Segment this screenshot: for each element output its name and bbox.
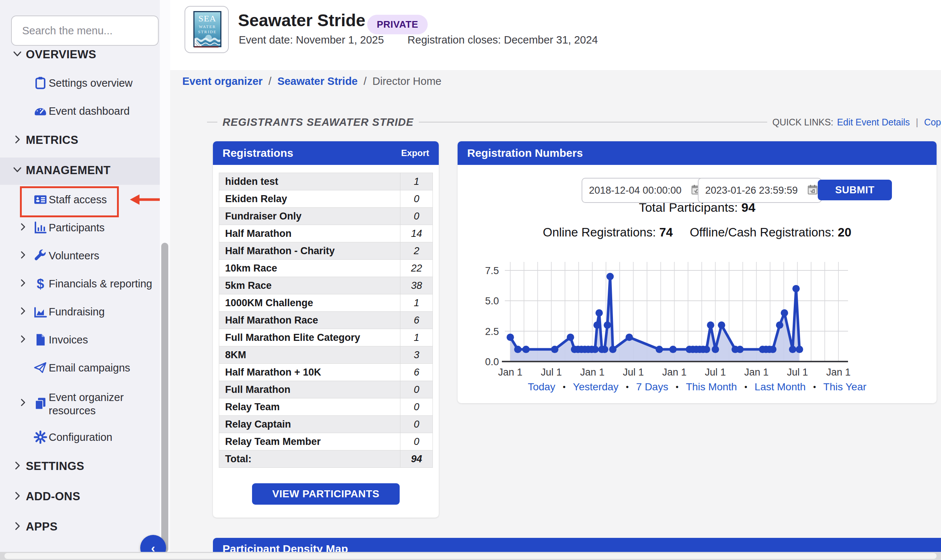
view-participants-button[interactable]: VIEW PARTICIPANTS	[252, 483, 400, 505]
bullet-separator: •	[676, 382, 679, 392]
chevron-right-icon	[12, 461, 22, 472]
chevron-right-icon	[12, 491, 22, 502]
sidebar-item-label: SETTINGS	[26, 460, 84, 473]
chevron-right-icon	[12, 135, 22, 146]
sidebar-item-configuration[interactable]: Configuration	[0, 427, 160, 448]
table-row: Fundraiser Only0	[219, 208, 433, 225]
sidebar-item-apps[interactable]: APPS	[0, 517, 160, 537]
sidebar-item-label: Configuration	[49, 431, 112, 443]
row-value: 0	[400, 208, 433, 225]
sidebar-item-overviews[interactable]: OVERVIEWS	[0, 44, 160, 65]
bar-chart-icon	[34, 221, 47, 235]
sidebar-item-invoices[interactable]: Invoices	[0, 329, 160, 350]
row-value: 14	[400, 225, 433, 242]
breadcrumb-event-organizer[interactable]: Event organizer	[182, 75, 263, 88]
sidebar-item-label: Volunteers	[49, 250, 99, 262]
sidebar: OVERVIEWS Settings overview Event dashbo…	[0, 0, 160, 560]
row-label: 5km Race	[219, 280, 400, 291]
sidebar-item-label: Email campaigns	[49, 362, 130, 374]
export-link[interactable]: Export	[401, 148, 429, 158]
section-title: REGISTRANTS SEAWATER STRIDE	[223, 116, 414, 128]
sidebar-item-label: Event organizerresources	[49, 391, 124, 417]
registration-numbers-header: Registration Numbers	[457, 141, 936, 165]
search-input[interactable]	[22, 25, 162, 37]
copy-icon	[34, 397, 47, 410]
sidebar-item-participants[interactable]: Participants	[0, 217, 160, 238]
sidebar-item-fundraising[interactable]: Fundraising	[0, 302, 160, 322]
bullet-separator: •	[813, 382, 816, 392]
row-label: hidden test	[219, 176, 400, 188]
svg-text:Jan 1: Jan 1	[580, 367, 604, 378]
range-link-7-days[interactable]: 7 Days	[636, 381, 668, 393]
range-link-today[interactable]: Today	[528, 381, 555, 393]
quick-links: QUICK LINKS: Edit Event Details | Cop	[772, 117, 941, 128]
range-link-this-year[interactable]: This Year	[823, 381, 867, 393]
menu-search[interactable]	[11, 15, 159, 46]
table-row: Total:94	[219, 451, 433, 468]
range-link-yesterday[interactable]: Yesterday	[573, 381, 619, 393]
event-logo-image: SEA WATER STRIDE	[193, 11, 222, 47]
sidebar-item-metrics[interactable]: METRICS	[0, 130, 160, 151]
svg-text:Jan 1: Jan 1	[826, 367, 850, 378]
clipboard-icon	[34, 76, 47, 90]
registration-closes: Registration closes: December 31, 2024	[407, 34, 598, 46]
sidebar-item-event-dashboard[interactable]: Event dashboard	[0, 101, 160, 122]
range-link-last-month[interactable]: Last Month	[755, 381, 806, 393]
date-to-field[interactable]	[698, 178, 822, 203]
svg-text:Jul 1: Jul 1	[787, 367, 808, 378]
sidebar-item-financials[interactable]: $ Financials & reporting	[0, 273, 160, 294]
section-divider: REGISTRANTS SEAWATER STRIDE QUICK LINKS:…	[207, 116, 941, 128]
bullet-separator: •	[563, 382, 566, 392]
breadcrumb: Event organizer / Seawater Stride / Dire…	[182, 75, 441, 88]
edit-event-details-link[interactable]: Edit Event Details	[837, 117, 910, 128]
row-label: Half Marathon - Charity	[219, 245, 400, 257]
sidebar-item-management[interactable]: MANAGEMENT	[0, 160, 160, 181]
table-row: Full Marathon Elite Category1	[219, 329, 433, 346]
sidebar-item-event-organizer-resources[interactable]: Event organizerresources	[0, 389, 160, 417]
table-row: Relay Captain0	[219, 416, 433, 433]
sidebar-item-label: Financials & reporting	[49, 278, 152, 290]
sidebar-item-email-campaigns[interactable]: Email campaigns	[0, 357, 160, 378]
chevron-down-icon	[12, 165, 22, 176]
breadcrumb-separator: /	[363, 75, 367, 88]
table-row: Half Marathon + 10K6	[219, 364, 433, 381]
row-value: 6	[400, 364, 433, 381]
row-label: 8KM	[219, 349, 400, 361]
calendar-icon[interactable]	[808, 185, 817, 196]
sidebar-item-volunteers[interactable]: Volunteers	[0, 245, 160, 266]
date-to-input[interactable]	[704, 185, 805, 197]
row-value: 0	[400, 381, 433, 398]
row-label: Relay Team	[219, 402, 400, 413]
sidebar-item-label: MANAGEMENT	[26, 164, 111, 177]
svg-text:Jul 1: Jul 1	[541, 367, 562, 378]
row-value: 22	[400, 260, 433, 277]
copy-link-truncated[interactable]: Cop	[924, 117, 941, 128]
row-label: Half Marathon	[219, 228, 400, 239]
horizontal-scrollbar[interactable]	[0, 552, 941, 560]
horizontal-scrollbar-thumb[interactable]	[5, 553, 936, 559]
quick-links-label: QUICK LINKS:	[772, 117, 833, 128]
date-from-input[interactable]	[588, 185, 688, 197]
chevron-right-icon	[18, 222, 27, 233]
bullet-separator: •	[626, 382, 629, 392]
svg-text:Jul 1: Jul 1	[705, 367, 726, 378]
sidebar-item-settings[interactable]: SETTINGS	[0, 456, 160, 477]
breadcrumb-seawater-stride[interactable]: Seawater Stride	[277, 75, 358, 88]
row-value: 1	[400, 173, 433, 190]
sidebar-scrollbar[interactable]	[160, 0, 171, 560]
gear-icon	[34, 431, 47, 444]
registrations-panel-header: Registrations Export	[213, 141, 439, 165]
range-link-this-month[interactable]: This Month	[686, 381, 737, 393]
date-range-links: Today•Yesterday•7 Days•This Month•Last M…	[494, 381, 900, 393]
sidebar-item-add-ons[interactable]: ADD-ONS	[0, 486, 160, 507]
chevron-right-icon	[18, 335, 27, 345]
date-from-field[interactable]	[582, 178, 704, 203]
sidebar-scrollbar-thumb[interactable]	[161, 243, 168, 552]
paper-plane-icon	[34, 361, 47, 375]
sidebar-item-settings-overview[interactable]: Settings overview	[0, 73, 160, 93]
registrations-title: Registrations	[223, 147, 293, 159]
sidebar-item-label: OVERVIEWS	[26, 48, 96, 61]
page: OVERVIEWS Settings overview Event dashbo…	[0, 0, 941, 560]
submit-button[interactable]: SUBMIT	[818, 180, 892, 200]
svg-text:Jan 1: Jan 1	[662, 367, 686, 378]
